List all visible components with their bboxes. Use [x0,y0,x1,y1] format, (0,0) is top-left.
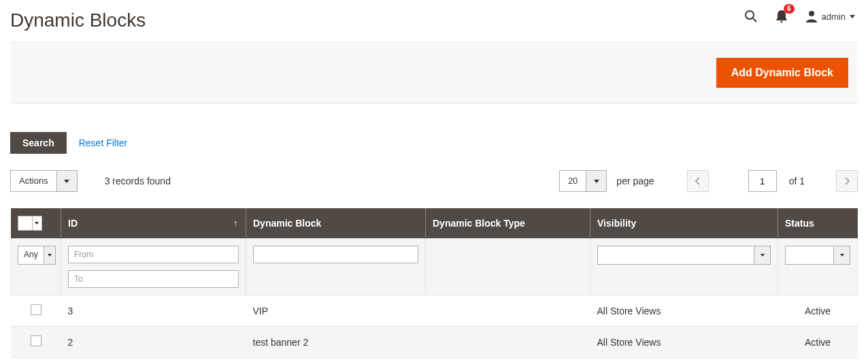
cell-id: 3 [61,295,246,327]
cell-status: Active [778,327,858,358]
chevron-down-icon [64,180,69,183]
filter-id-from-input[interactable] [68,246,239,263]
svg-line-1 [753,18,756,22]
column-id[interactable]: ID ↑ [61,208,246,239]
page-size-value: 20 [559,170,586,192]
chevron-down-icon [48,254,52,257]
notification-badge: 6 [784,4,795,14]
search-icon[interactable] [744,10,758,23]
filter-select-any[interactable]: Any [18,246,56,265]
page-header: Dynamic Blocks 6 admin [10,0,858,42]
table-row[interactable]: 3VIPAll Store ViewsActive [11,295,858,327]
cell-block: test banner [246,358,426,361]
svg-point-0 [746,11,754,19]
cell-visibility: All Store Views [590,358,778,361]
chevron-right-icon [844,177,850,185]
chevron-down-icon [761,254,765,257]
prev-page-button[interactable] [687,170,709,192]
cell-status: Active [778,358,858,361]
select-all-dropdown[interactable] [32,216,41,230]
chevron-down-icon [850,15,855,18]
user-menu[interactable]: admin [805,10,855,22]
cell-id: 2 [61,327,246,358]
svg-point-3 [809,11,814,16]
row-checkbox[interactable] [31,304,41,315]
column-status[interactable]: Status [778,208,858,239]
sort-ascending-icon: ↑ [233,218,237,228]
reset-filter-link[interactable]: Reset Filter [79,137,128,148]
of-label: of 1 [786,176,805,186]
search-row: Search Reset Filter [10,132,858,154]
table-row[interactable]: 2test banner 2All Store ViewsActive [11,327,858,358]
column-dynamic-block-type[interactable]: Dynamic Block Type [426,208,590,239]
actions-select-label: Actions [10,170,57,192]
user-icon [805,10,818,22]
chevron-down-icon [594,180,599,183]
username: admin [822,12,846,22]
toolbar: Actions 3 records found 20 per page of 1 [10,170,858,192]
header-actions: 6 admin [744,8,858,23]
svg-point-2 [780,21,782,23]
cell-block: VIP [246,295,426,327]
cell-visibility: All Store Views [590,327,778,358]
table-row[interactable]: 1test bannerAll Store ViewsActive [11,358,858,361]
search-button[interactable]: Search [10,132,67,154]
cell-type [426,358,590,361]
cell-status: Active [778,295,858,327]
row-checkbox[interactable] [31,336,41,346]
column-visibility[interactable]: Visibility [590,208,778,239]
column-dynamic-block[interactable]: Dynamic Block [246,208,426,239]
notifications-icon[interactable]: 6 [775,10,788,23]
actions-select[interactable]: Actions [10,170,78,192]
cell-block: test banner 2 [246,327,426,358]
filter-block-input[interactable] [253,246,418,263]
cell-type [426,327,590,358]
current-page-input[interactable] [748,170,777,192]
page-title: Dynamic Blocks [10,8,146,42]
column-checkbox[interactable] [11,208,61,239]
select-all-checkbox[interactable] [20,218,30,228]
chevron-down-icon [840,254,844,257]
records-found: 3 records found [105,176,171,186]
filter-id-to-input[interactable] [68,270,239,288]
per-page-label: per page [616,176,654,186]
add-dynamic-block-button[interactable]: Add Dynamic Block [716,58,848,88]
chevron-left-icon [695,177,701,185]
action-bar: Add Dynamic Block [10,42,858,103]
cell-type [426,295,590,327]
next-page-button[interactable] [836,170,858,192]
filter-row: Any [11,239,858,295]
page-size-select[interactable]: 20 [559,170,607,192]
cell-visibility: All Store Views [590,295,778,327]
cell-id: 1 [61,358,246,361]
filter-visibility-select[interactable] [597,246,771,265]
data-table: ID ↑ Dynamic Block Dynamic Block Type Vi… [10,208,858,360]
filter-status-select[interactable] [785,246,850,265]
chevron-down-icon [35,222,39,225]
